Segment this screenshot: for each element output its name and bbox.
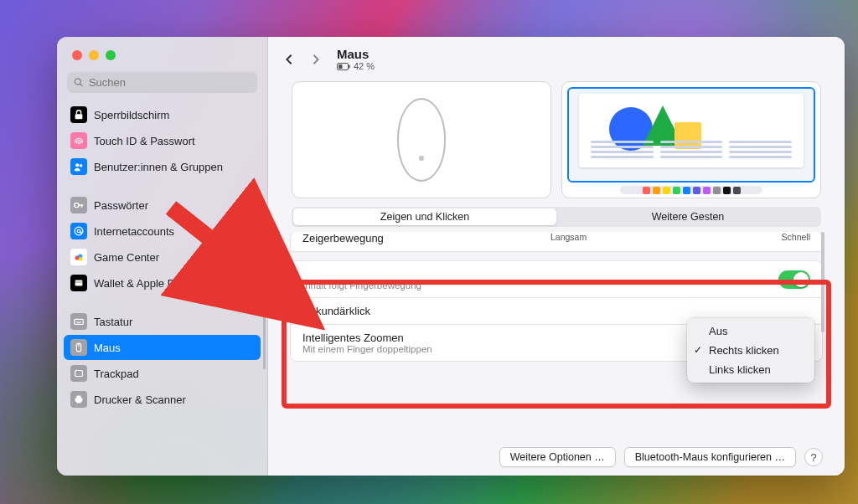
content-header: Maus 42 % bbox=[268, 37, 845, 78]
mouse-illustration bbox=[397, 98, 446, 182]
secondary-click-menu: Aus Rechts klicken Links klicken bbox=[687, 318, 814, 383]
battery-status: 42 % bbox=[337, 61, 375, 71]
svg-point-2 bbox=[80, 164, 83, 167]
key-icon bbox=[70, 197, 87, 213]
sidebar-item-users[interactable]: Benutzer:innen & Gruppen bbox=[64, 154, 261, 179]
tracking-speed-row: Zeigerbewegung Langsam Schnell bbox=[290, 232, 823, 252]
svg-point-8 bbox=[79, 257, 82, 260]
svg-rect-9 bbox=[75, 280, 83, 286]
sidebar-item-gamecenter[interactable]: Game Center bbox=[64, 244, 261, 270]
svg-rect-0 bbox=[75, 114, 83, 119]
keyboard-icon bbox=[70, 313, 87, 330]
sidebar-item-trackpad[interactable]: Trackpad bbox=[64, 361, 261, 386]
natural-scroll-toggle[interactable] bbox=[778, 270, 810, 289]
battery-icon bbox=[337, 63, 350, 70]
page-title-block: Maus 42 % bbox=[337, 47, 375, 71]
sidebar: SperrbildschirmTouch ID & PasswortBenutz… bbox=[57, 37, 268, 476]
sidebar-item-lock-screen[interactable]: Sperrbildschirm bbox=[64, 102, 261, 127]
window-controls bbox=[57, 37, 267, 69]
sidebar-item-key[interactable]: Passwörter bbox=[64, 193, 261, 218]
sidebar-item-label: Sperrbildschirm bbox=[94, 109, 169, 121]
printer-icon bbox=[70, 391, 87, 408]
natural-scroll-row: x Inhalt folgt Fingerbewegung bbox=[290, 260, 823, 298]
gamecenter-icon bbox=[70, 249, 87, 265]
maximize-window-button[interactable] bbox=[106, 50, 116, 60]
sidebar-item-label: Drucker & Scanner bbox=[94, 393, 186, 406]
search-field[interactable] bbox=[67, 72, 257, 93]
svg-rect-10 bbox=[75, 281, 83, 282]
svg-point-4 bbox=[75, 227, 83, 235]
menu-item-left-click[interactable]: Links klicken bbox=[687, 360, 814, 379]
svg-rect-20 bbox=[349, 64, 350, 68]
sidebar-item-label: Tastatur bbox=[94, 316, 132, 328]
search-input[interactable] bbox=[89, 76, 251, 89]
lock-screen-icon bbox=[70, 106, 87, 123]
page-title: Maus bbox=[337, 47, 375, 61]
trackpad-icon bbox=[70, 365, 87, 382]
sidebar-item-label: Game Center bbox=[94, 251, 159, 264]
sidebar-item-mouse[interactable]: Maus bbox=[64, 335, 261, 360]
sidebar-item-label: Touch ID & Passwort bbox=[94, 135, 195, 147]
svg-point-1 bbox=[75, 163, 79, 167]
sidebar-item-printer[interactable]: Drucker & Scanner bbox=[64, 387, 261, 412]
minimize-window-button[interactable] bbox=[89, 50, 99, 60]
sidebar-item-label: Maus bbox=[94, 342, 121, 354]
back-button[interactable] bbox=[280, 50, 298, 69]
sidebar-item-label: Benutzer:innen & Gruppen bbox=[94, 161, 223, 173]
sidebar-item-label: Passwörter bbox=[94, 199, 148, 212]
svg-point-3 bbox=[75, 203, 79, 207]
menu-item-right-click[interactable]: Rechts klicken bbox=[687, 341, 814, 360]
help-button[interactable]: ? bbox=[804, 448, 823, 466]
gesture-preview bbox=[561, 81, 821, 198]
sidebar-item-wallet[interactable]: Wallet & Apple Pay bbox=[64, 270, 261, 296]
forward-button[interactable] bbox=[307, 50, 325, 69]
touchid-icon bbox=[70, 132, 87, 149]
wallet-icon bbox=[70, 275, 87, 291]
at-icon bbox=[70, 223, 87, 239]
svg-rect-14 bbox=[75, 371, 83, 377]
tab-bar: Zeigen und Klicken Weitere Gesten bbox=[292, 207, 821, 227]
tab-point-click[interactable]: Zeigen und Klicken bbox=[293, 208, 556, 225]
svg-rect-16 bbox=[76, 396, 80, 399]
sidebar-item-label: Internetaccounts bbox=[94, 225, 174, 238]
sidebar-item-keyboard[interactable]: Tastatur bbox=[64, 309, 261, 334]
svg-rect-19 bbox=[339, 64, 343, 69]
menu-item-off[interactable]: Aus bbox=[687, 321, 814, 341]
close-window-button[interactable] bbox=[72, 50, 82, 60]
sidebar-item-label: Trackpad bbox=[94, 368, 139, 380]
sidebar-nav: SperrbildschirmTouch ID & PasswortBenutz… bbox=[57, 101, 267, 476]
content-pane: Maus 42 % bbox=[268, 37, 845, 476]
mouse-icon bbox=[70, 339, 87, 356]
system-settings-window: SperrbildschirmTouch ID & PasswortBenutz… bbox=[57, 37, 845, 476]
tab-more-gestures[interactable]: Weitere Gesten bbox=[556, 208, 819, 225]
more-options-button[interactable]: Weitere Optionen … bbox=[499, 447, 616, 467]
footer-buttons: Weitere Optionen … Bluetooth-Maus konfig… bbox=[499, 447, 823, 467]
svg-rect-17 bbox=[76, 401, 80, 404]
sidebar-item-at[interactable]: Internetaccounts bbox=[64, 219, 261, 244]
sidebar-item-label: Wallet & Apple Pay bbox=[94, 277, 186, 290]
sidebar-item-touchid[interactable]: Touch ID & Passwort bbox=[64, 128, 261, 153]
preview-row bbox=[268, 78, 845, 207]
configure-bluetooth-mouse-button[interactable]: Bluetooth-Maus konfigurieren … bbox=[624, 447, 796, 467]
mouse-preview bbox=[292, 81, 551, 198]
search-icon bbox=[74, 77, 84, 88]
users-icon bbox=[70, 158, 87, 175]
